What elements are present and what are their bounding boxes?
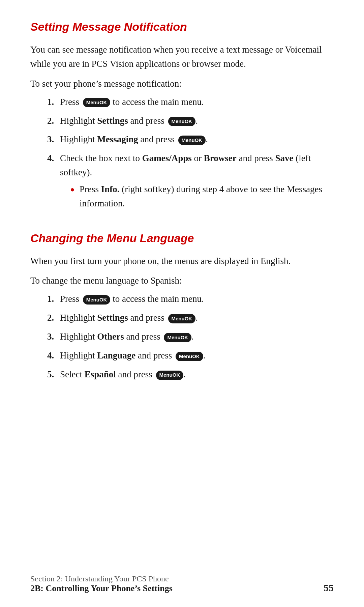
menu-ok-btn: MenuOK (168, 314, 196, 323)
footer: Section 2: Understanding Your PCS Phone … (0, 574, 364, 594)
step-text: Press MenuOK to access the main menu. (60, 292, 334, 306)
section2-intro: When you first turn your phone on, the m… (30, 254, 334, 268)
bold-espanol: Español (85, 369, 116, 379)
bold-games-apps: Games/Apps (142, 153, 192, 163)
section2-step2: 2. Highlight Settings and press MenuOK. (47, 311, 334, 325)
bold-others: Others (97, 331, 124, 342)
section1: Setting Message Notification You can see… (30, 20, 334, 215)
section1-step4: 4. Check the box next to Games/Apps or B… (47, 151, 334, 215)
section2-step5: 5. Select Español and press MenuOK. (47, 368, 334, 382)
section1-lead-in: To set your phone’s message notification… (30, 79, 334, 89)
footer-left: Section 2: Understanding Your PCS Phone … (30, 574, 173, 594)
bold-messaging: Messaging (97, 134, 138, 144)
section2-step1: 1. Press MenuOK to access the main menu. (47, 292, 334, 306)
step-text: Press MenuOK to access the main menu. (60, 95, 334, 109)
bold-language: Language (97, 350, 135, 360)
section1-title: Setting Message Notification (30, 20, 334, 33)
bullet-list: ● Press Info. (right softkey) during ste… (70, 182, 334, 211)
menu-ok-btn: MenuOK (83, 98, 111, 107)
step-text: Highlight Language and press MenuOK. (60, 349, 334, 363)
section2-lead-in: To change the menu language to Spanish: (30, 276, 334, 286)
step-num: 3. (47, 330, 57, 344)
section2: Changing the Menu Language When you firs… (30, 232, 334, 382)
bold-settings: Settings (97, 116, 128, 126)
section2-step4: 4. Highlight Language and press MenuOK. (47, 349, 334, 363)
bold-settings: Settings (97, 313, 128, 323)
menu-ok-btn: MenuOK (83, 295, 111, 305)
step-num: 4. (47, 151, 57, 166)
step-num: 5. (47, 368, 57, 382)
menu-ok-btn: MenuOK (178, 136, 206, 145)
bullet-dot-icon: ● (70, 184, 75, 195)
step-num: 1. (47, 95, 57, 109)
menu-ok-btn: MenuOK (168, 117, 196, 126)
page-content: Setting Message Notification You can see… (0, 0, 364, 427)
footer-page-num: 55 (324, 582, 334, 594)
section1-steps: 1. Press MenuOK to access the main menu.… (47, 95, 334, 215)
bullet-text: Press Info. (right softkey) during step … (80, 182, 334, 211)
bold-save: Save (275, 153, 293, 163)
step-text: Check the box next to Games/Apps or Brow… (60, 151, 334, 215)
menu-ok-btn: MenuOK (164, 333, 191, 342)
footer-section-sub: 2B: Controlling Your Phone’s Settings (30, 583, 173, 594)
step-text: Highlight Settings and press MenuOK. (60, 311, 334, 325)
step-num: 2. (47, 114, 57, 128)
section2-step3: 3. Highlight Others and press MenuOK. (47, 330, 334, 344)
step-num: 2. (47, 311, 57, 325)
bullet-item: ● Press Info. (right softkey) during ste… (70, 182, 334, 211)
step-num: 3. (47, 133, 57, 147)
section2-title: Changing the Menu Language (30, 232, 334, 245)
menu-ok-btn: MenuOK (156, 371, 184, 380)
step-text: Highlight Settings and press MenuOK. (60, 114, 334, 128)
step-text: Highlight Others and press MenuOK. (60, 330, 334, 344)
step-num: 4. (47, 349, 57, 363)
section2-steps: 1. Press MenuOK to access the main menu.… (47, 292, 334, 381)
step-num: 1. (47, 292, 57, 306)
section1-step2: 2. Highlight Settings and press MenuOK. (47, 114, 334, 128)
section1-step3: 3. Highlight Messaging and press MenuOK. (47, 133, 334, 147)
step-text: Highlight Messaging and press MenuOK. (60, 133, 334, 147)
bold-browser: Browser (204, 153, 237, 163)
bold-info: Info. (101, 184, 120, 194)
section1-intro: You can see message notification when yo… (30, 43, 334, 71)
section1-step1: 1. Press MenuOK to access the main menu. (47, 95, 334, 109)
menu-ok-btn: MenuOK (176, 352, 203, 361)
step-text: Select Español and press MenuOK. (60, 368, 334, 382)
footer-section-label: Section 2: Understanding Your PCS Phone (30, 574, 173, 583)
